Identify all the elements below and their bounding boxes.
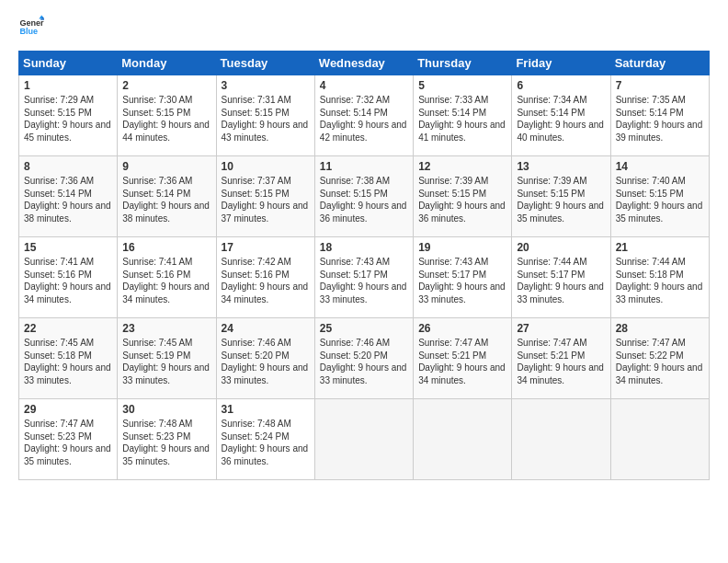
cell-content: Sunrise: 7:47 AMSunset: 5:22 PMDaylight:… [616,337,705,386]
cell-content: Sunrise: 7:48 AMSunset: 5:23 PMDaylight:… [122,418,211,467]
calendar-cell [512,399,610,480]
cell-content: Sunrise: 7:39 AMSunset: 5:15 PMDaylight:… [517,175,606,224]
day-number: 29 [24,403,113,416]
cell-content: Sunrise: 7:31 AMSunset: 5:15 PMDaylight:… [222,94,311,144]
header-tuesday: Tuesday [216,52,314,75]
header: General Blue [18,14,710,40]
cell-content: Sunrise: 7:47 AMSunset: 5:21 PMDaylight:… [517,337,606,386]
cell-content: Sunrise: 7:33 AMSunset: 5:14 PMDaylight:… [418,94,507,144]
day-number: 10 [222,160,311,173]
calendar-cell: 10Sunrise: 7:37 AMSunset: 5:15 PMDayligh… [216,156,314,237]
logo: General Blue [18,14,48,40]
day-number: 1 [24,79,113,92]
week-row-2: 8Sunrise: 7:36 AMSunset: 5:14 PMDaylight… [19,156,710,237]
day-number: 6 [517,79,606,92]
cell-content: Sunrise: 7:30 AMSunset: 5:15 PMDaylight:… [122,94,211,144]
cell-content: Sunrise: 7:37 AMSunset: 5:15 PMDaylight:… [222,175,311,224]
header-wednesday: Wednesday [314,52,413,75]
day-number: 25 [320,322,409,335]
cell-content: Sunrise: 7:34 AMSunset: 5:14 PMDaylight:… [517,94,606,144]
day-number: 21 [616,241,705,254]
day-number: 2 [122,79,211,92]
calendar-cell: 28Sunrise: 7:47 AMSunset: 5:22 PMDayligh… [610,318,709,399]
header-sunday: Sunday [19,52,118,75]
day-number: 24 [222,322,311,335]
cell-content: Sunrise: 7:43 AMSunset: 5:17 PMDaylight:… [418,256,507,305]
calendar-cell: 22Sunrise: 7:45 AMSunset: 5:18 PMDayligh… [19,318,118,399]
day-number: 3 [222,79,311,92]
calendar-cell: 11Sunrise: 7:38 AMSunset: 5:15 PMDayligh… [314,156,413,237]
cell-content: Sunrise: 7:47 AMSunset: 5:21 PMDaylight:… [418,337,507,386]
cell-content: Sunrise: 7:44 AMSunset: 5:18 PMDaylight:… [616,256,705,305]
day-number: 19 [418,241,507,254]
day-number: 8 [24,160,113,173]
calendar-cell: 5Sunrise: 7:33 AMSunset: 5:14 PMDaylight… [414,75,512,156]
cell-content: Sunrise: 7:48 AMSunset: 5:24 PMDaylight:… [222,418,311,467]
cell-content: Sunrise: 7:35 AMSunset: 5:14 PMDaylight:… [616,94,705,144]
cell-content: Sunrise: 7:41 AMSunset: 5:16 PMDaylight:… [122,256,211,305]
day-number: 7 [616,79,705,92]
cell-content: Sunrise: 7:47 AMSunset: 5:23 PMDaylight:… [24,418,113,467]
day-number: 31 [222,403,311,416]
calendar-cell: 18Sunrise: 7:43 AMSunset: 5:17 PMDayligh… [314,237,413,318]
header-friday: Friday [512,52,610,75]
cell-content: Sunrise: 7:42 AMSunset: 5:16 PMDaylight:… [222,256,311,305]
calendar-cell: 7Sunrise: 7:35 AMSunset: 5:14 PMDaylight… [610,75,709,156]
day-number: 27 [517,322,606,335]
day-number: 30 [122,403,211,416]
calendar-cell: 31Sunrise: 7:48 AMSunset: 5:24 PMDayligh… [216,399,314,480]
calendar-cell: 4Sunrise: 7:32 AMSunset: 5:14 PMDaylight… [314,75,413,156]
calendar-cell: 16Sunrise: 7:41 AMSunset: 5:16 PMDayligh… [118,237,216,318]
calendar-cell: 1Sunrise: 7:29 AMSunset: 5:15 PMDaylight… [19,75,118,156]
calendar-cell: 2Sunrise: 7:30 AMSunset: 5:15 PMDaylight… [118,75,216,156]
week-row-4: 22Sunrise: 7:45 AMSunset: 5:18 PMDayligh… [19,318,710,399]
calendar-body: 1Sunrise: 7:29 AMSunset: 5:15 PMDaylight… [19,75,710,480]
cell-content: Sunrise: 7:32 AMSunset: 5:14 PMDaylight:… [320,94,409,144]
page-container: General Blue SundayMondayTuesdayWednesda… [0,0,728,489]
day-number: 17 [222,241,311,254]
calendar-cell: 14Sunrise: 7:40 AMSunset: 5:15 PMDayligh… [610,156,709,237]
calendar-cell: 15Sunrise: 7:41 AMSunset: 5:16 PMDayligh… [19,237,118,318]
week-row-5: 29Sunrise: 7:47 AMSunset: 5:23 PMDayligh… [19,399,710,480]
day-number: 23 [122,322,211,335]
calendar-cell: 21Sunrise: 7:44 AMSunset: 5:18 PMDayligh… [610,237,709,318]
calendar-cell: 25Sunrise: 7:46 AMSunset: 5:20 PMDayligh… [314,318,413,399]
day-number: 12 [418,160,507,173]
cell-content: Sunrise: 7:46 AMSunset: 5:20 PMDaylight:… [222,337,311,386]
header-monday: Monday [118,52,216,75]
day-number: 14 [616,160,705,173]
day-number: 9 [122,160,211,173]
week-row-1: 1Sunrise: 7:29 AMSunset: 5:15 PMDaylight… [19,75,710,156]
day-number: 20 [517,241,606,254]
calendar-header-row: SundayMondayTuesdayWednesdayThursdayFrid… [19,52,710,75]
day-number: 16 [122,241,211,254]
calendar-cell: 19Sunrise: 7:43 AMSunset: 5:17 PMDayligh… [414,237,512,318]
week-row-3: 15Sunrise: 7:41 AMSunset: 5:16 PMDayligh… [19,237,710,318]
cell-content: Sunrise: 7:45 AMSunset: 5:18 PMDaylight:… [24,337,113,386]
calendar-cell [610,399,709,480]
cell-content: Sunrise: 7:41 AMSunset: 5:16 PMDaylight:… [24,256,113,305]
day-number: 22 [24,322,113,335]
day-number: 26 [418,322,507,335]
calendar-cell: 26Sunrise: 7:47 AMSunset: 5:21 PMDayligh… [414,318,512,399]
calendar-cell: 6Sunrise: 7:34 AMSunset: 5:14 PMDaylight… [512,75,610,156]
svg-text:Blue: Blue [19,27,38,36]
cell-content: Sunrise: 7:44 AMSunset: 5:17 PMDaylight:… [517,256,606,305]
calendar-cell: 13Sunrise: 7:39 AMSunset: 5:15 PMDayligh… [512,156,610,237]
calendar-cell: 17Sunrise: 7:42 AMSunset: 5:16 PMDayligh… [216,237,314,318]
cell-content: Sunrise: 7:36 AMSunset: 5:14 PMDaylight:… [24,175,113,224]
calendar-cell: 12Sunrise: 7:39 AMSunset: 5:15 PMDayligh… [414,156,512,237]
cell-content: Sunrise: 7:43 AMSunset: 5:17 PMDaylight:… [320,256,409,305]
cell-content: Sunrise: 7:29 AMSunset: 5:15 PMDaylight:… [24,94,113,144]
cell-content: Sunrise: 7:45 AMSunset: 5:19 PMDaylight:… [122,337,211,386]
svg-text:General: General [19,18,44,28]
calendar-cell: 29Sunrise: 7:47 AMSunset: 5:23 PMDayligh… [19,399,118,480]
calendar-cell [314,399,413,480]
calendar-cell: 24Sunrise: 7:46 AMSunset: 5:20 PMDayligh… [216,318,314,399]
day-number: 28 [616,322,705,335]
header-thursday: Thursday [414,52,512,75]
calendar-cell: 20Sunrise: 7:44 AMSunset: 5:17 PMDayligh… [512,237,610,318]
cell-content: Sunrise: 7:39 AMSunset: 5:15 PMDaylight:… [418,175,507,224]
calendar-cell: 3Sunrise: 7:31 AMSunset: 5:15 PMDaylight… [216,75,314,156]
cell-content: Sunrise: 7:46 AMSunset: 5:20 PMDaylight:… [320,337,409,386]
